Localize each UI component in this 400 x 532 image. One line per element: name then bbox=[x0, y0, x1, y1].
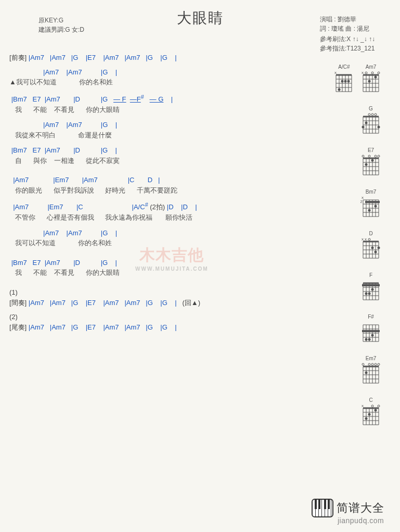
svg-point-163 bbox=[365, 417, 368, 420]
svg-point-28 bbox=[365, 72, 367, 74]
suggested-key: 建議男調:G 女:D bbox=[38, 25, 84, 34]
chord: |G bbox=[101, 121, 108, 129]
chord: |Am7 bbox=[29, 299, 44, 307]
section-number: (2) bbox=[9, 312, 321, 322]
lyric-label: 詞 : bbox=[320, 25, 331, 32]
intro-chord: |G bbox=[160, 54, 167, 61]
chord: |G bbox=[146, 299, 153, 307]
svg-point-82 bbox=[375, 205, 377, 208]
brand-name: 简谱大全 bbox=[337, 500, 384, 516]
chord-diagram-am7: Am7x bbox=[360, 64, 381, 96]
chord: |Am7 bbox=[45, 95, 60, 103]
chord: |Bm7 bbox=[11, 146, 27, 154]
lyric-line: 我從來不明白 命運是什麼 bbox=[9, 131, 321, 140]
intro-label: [前奏] bbox=[9, 54, 29, 61]
svg-rect-111 bbox=[362, 284, 380, 286]
svg-point-44 bbox=[368, 113, 370, 116]
chord: |Am7 bbox=[45, 259, 60, 267]
chord: |G bbox=[71, 299, 79, 307]
chord: |D bbox=[73, 259, 80, 267]
strum-label: 參考刷法: bbox=[320, 35, 346, 43]
intro-chord: |G bbox=[71, 54, 79, 61]
chord: |Em7 bbox=[53, 176, 69, 184]
chord: |D bbox=[73, 95, 80, 103]
svg-text:x: x bbox=[365, 237, 367, 242]
chord-diagram-em7: Em7 bbox=[360, 356, 381, 387]
chord: C bbox=[140, 204, 145, 211]
svg-point-61 bbox=[362, 155, 364, 157]
chord: E7 bbox=[33, 259, 41, 267]
performer: 劉德華 bbox=[338, 16, 356, 23]
chord: |G bbox=[101, 259, 108, 267]
bar: | bbox=[158, 176, 160, 184]
chord: |G bbox=[101, 95, 108, 103]
svg-point-66 bbox=[371, 159, 374, 162]
chord: |G bbox=[101, 229, 108, 237]
pick-pattern: T123_121 bbox=[346, 45, 375, 52]
piano-icon bbox=[312, 499, 333, 517]
chord: |G bbox=[146, 323, 153, 331]
chord: |Am7 bbox=[43, 68, 59, 76]
intro-chord: |E7 bbox=[86, 54, 96, 61]
svg-text:x: x bbox=[334, 71, 337, 75]
svg-point-96 bbox=[368, 238, 370, 240]
intro-chord: |Am7 bbox=[124, 54, 140, 61]
bar: | bbox=[115, 68, 117, 76]
intro-chord: |Am7 bbox=[50, 54, 66, 61]
chord-name: F# bbox=[360, 314, 381, 320]
chord: |Am7 bbox=[67, 121, 82, 129]
intro-chord: |G bbox=[146, 54, 153, 61]
svg-point-144 bbox=[375, 363, 377, 365]
meta-right: 演唱 : 劉德華 詞 : 瓊瑤 曲 : 湯尼 參考刷法:X ↑↓ _↓ ↑↓ 參… bbox=[320, 15, 375, 53]
chord-name: F bbox=[360, 272, 381, 278]
chord-diagram-d: Dxx bbox=[360, 231, 381, 262]
chord-diagram-f: F bbox=[360, 272, 381, 304]
return-marker: (回▲) bbox=[182, 299, 200, 307]
chord-name: D bbox=[360, 231, 381, 236]
chord: |Am7 bbox=[124, 299, 140, 307]
chord: |G bbox=[101, 146, 108, 154]
svg-rect-126 bbox=[362, 330, 380, 332]
bar: | bbox=[115, 146, 117, 154]
svg-point-31 bbox=[368, 80, 371, 83]
lyric-line: 我可以不知道 你的名和姓 bbox=[16, 78, 113, 86]
lyric-line: 你的眼光 似乎對我訴說 好時光 千萬不要蹉跎 bbox=[9, 186, 321, 195]
comp-label: 曲 : bbox=[344, 25, 357, 32]
svg-point-145 bbox=[378, 363, 380, 365]
outro-label: [尾奏] bbox=[9, 323, 29, 331]
svg-text:x: x bbox=[362, 196, 364, 200]
svg-point-142 bbox=[368, 363, 370, 365]
interlude-line: [間奏] |Am7 |Am7 |G |E7 |Am7 |Am7 |G |G | … bbox=[9, 298, 321, 308]
pick-label: 參考指法: bbox=[320, 45, 346, 52]
chord: |G bbox=[71, 323, 79, 331]
intro-line: [前奏] |Am7 |Am7 |G |E7 |Am7 |Am7 |G |G | bbox=[9, 53, 321, 62]
chord: |Am7 bbox=[43, 121, 59, 129]
chord: |Bm7 bbox=[11, 95, 27, 103]
bar: | bbox=[175, 299, 178, 307]
svg-point-141 bbox=[362, 363, 364, 365]
svg-point-160 bbox=[378, 405, 380, 407]
chord: |Am7 bbox=[67, 68, 82, 76]
chord: E7 bbox=[33, 95, 41, 103]
meta-left: 原KEY:G 建議男調:G 女:D bbox=[38, 16, 84, 34]
chord: |Bm7 bbox=[11, 259, 27, 267]
chord-diagrams-sidebar: A/C#x Am7x G E7 Bm72x Dxx F F# Em7 Cx bbox=[324, 62, 381, 437]
chord: |Am7 bbox=[13, 204, 29, 211]
intro-chord: |Am7 bbox=[103, 54, 119, 61]
chord: |C bbox=[76, 204, 83, 211]
svg-point-162 bbox=[368, 413, 371, 416]
chord: |Am7 bbox=[45, 146, 60, 154]
section-number: (1) bbox=[9, 288, 321, 297]
chord: |Am7 bbox=[124, 323, 140, 331]
chord-diagram-a-csharp: A/C#x bbox=[333, 64, 354, 96]
chord-name: Am7 bbox=[360, 64, 381, 70]
svg-rect-80 bbox=[365, 201, 380, 203]
intro-chord: |Am7 bbox=[29, 54, 44, 61]
sharp-sign: # bbox=[141, 94, 144, 100]
svg-point-114 bbox=[368, 293, 371, 295]
svg-point-161 bbox=[375, 409, 377, 412]
brand-url: jianpudq.com bbox=[338, 516, 384, 525]
svg-point-97 bbox=[371, 247, 374, 249]
svg-point-113 bbox=[365, 293, 368, 295]
chord-name: Bm7 bbox=[360, 189, 381, 195]
